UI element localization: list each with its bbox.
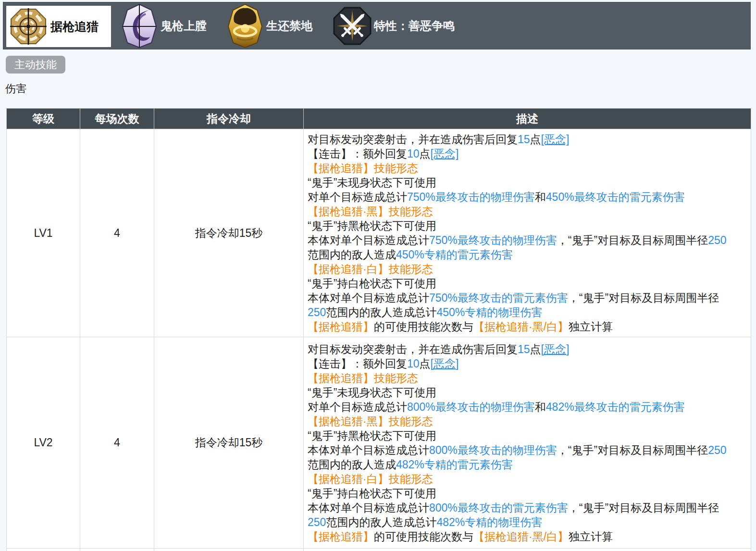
header-times-per-battle: 每场次数: [80, 109, 154, 129]
description-line: “鬼手”持黑枪状态下可使用: [308, 429, 750, 443]
text-segment: 10: [407, 147, 420, 160]
description-line: 【据枪追猎】技能形态: [308, 161, 750, 175]
text-segment: 本体对单个目标造成总计: [308, 292, 429, 304]
text-segment: 本体对单个目标造成总计: [308, 502, 429, 514]
text-segment: 250: [708, 234, 726, 246]
text-segment: 和: [535, 191, 546, 203]
text-segment: “鬼手”未现身状态下可使用: [308, 176, 436, 189]
text-segment: 750%最终攻击的雷元素伤害: [429, 292, 568, 304]
tab-te-xing[interactable]: 特性：善恶争鸣: [332, 2, 455, 49]
text-segment: 点: [530, 133, 541, 146]
text-segment: “鬼手”持白枪状态下可使用: [308, 277, 436, 290]
header-description: 描述: [304, 109, 751, 129]
times-cell: 4: [80, 129, 154, 337]
text-segment: 450%最终攻击的雷元素伤害: [546, 191, 685, 203]
text-segment: 范围内的敌人造成总计: [326, 306, 436, 318]
description-line: 250范围内的敌人造成总计450%专精的物理伤害: [308, 305, 750, 319]
target-gem-icon: [10, 8, 47, 45]
text-segment: 482%专精的雷元素伤害: [396, 458, 513, 471]
text-segment: 的可使用技能次数与: [374, 320, 473, 333]
tab-label: 生还禁地: [266, 18, 312, 34]
description-cell: 对目标发动突袭射击，并在造成伤害后回复15点[恶念]【连击】：额外回复10点[恶…: [304, 129, 751, 337]
text-segment: 范围内的敌人造成总计: [326, 516, 436, 528]
text-segment: 独立计算: [569, 320, 613, 333]
description-line: 本体对单个目标造成总计750%最终攻击的物理伤害，“鬼手”对目标及目标周围半径2…: [308, 233, 750, 247]
text-segment: 【连击】：额外回复: [308, 147, 407, 160]
description-line: 【据枪追猎】技能形态: [308, 371, 750, 385]
cooldown-cell: 指令冷却15秒: [154, 337, 304, 549]
text-segment: 250: [708, 444, 726, 456]
level-cell: LV1: [7, 129, 80, 337]
description-line: 本体对单个目标造成总计800%最终攻击的物理伤害，“鬼手”对目标及目标周围半径2…: [308, 443, 750, 457]
enian-link[interactable]: [恶念]: [541, 133, 570, 146]
text-segment: 【据枪追猎】: [308, 320, 374, 333]
tab-label: 鬼枪上膛: [161, 18, 207, 34]
text-segment: 【连击】：额外回复: [308, 357, 407, 370]
text-segment: 482%专精的物理伤害: [436, 516, 542, 528]
empty-cell: [154, 549, 304, 551]
tab-label: 特性：善恶争鸣: [374, 18, 455, 34]
text-segment: 范围内的敌人造成: [308, 458, 396, 471]
text-segment: 【据枪追猎·黑/白】: [473, 320, 569, 333]
table-row: LV24指令冷却15秒对目标发动突袭射击，并在造成伤害后回复15点[恶念]【连击…: [7, 337, 751, 549]
empty-cell: [7, 549, 80, 551]
enian-link[interactable]: [恶念]: [431, 147, 459, 160]
text-segment: 800%最终攻击的物理伤害: [429, 444, 557, 456]
text-segment: “鬼手”未现身状态下可使用: [308, 386, 436, 399]
text-segment: ，“鬼手”对目标及目标周围半径: [568, 292, 719, 304]
gold-gem-icon: [225, 3, 265, 49]
cooldown-cell: 指令冷却15秒: [154, 129, 304, 337]
text-segment: 范围内的敌人造成: [308, 248, 396, 261]
description-line: 范围内的敌人造成482%专精的雷元素伤害: [308, 457, 750, 472]
text-segment: ，“鬼手”对目标及目标周围半径: [568, 502, 719, 514]
header-command-cooldown: 指令冷却: [154, 109, 304, 129]
description-line: “鬼手”未现身状态下可使用: [308, 175, 750, 190]
table-row-partial: [7, 549, 751, 551]
description-line: 对单个目标造成总计800%最终攻击的物理伤害和482%最终攻击的雷元素伤害: [308, 400, 750, 414]
text-segment: 450%专精的物理伤害: [436, 306, 542, 318]
table-row: LV14指令冷却15秒对目标发动突袭射击，并在造成伤害后回复15点[恶念]【连击…: [7, 129, 751, 337]
text-segment: 15: [518, 343, 530, 355]
text-segment: 对单个目标造成总计: [308, 191, 407, 203]
text-segment: 点: [420, 357, 431, 370]
text-segment: 750%最终攻击的物理伤害: [429, 234, 557, 246]
text-segment: 对单个目标造成总计: [308, 401, 407, 413]
text-segment: 本体对单个目标造成总计: [308, 444, 429, 456]
description-line: 【据枪追猎·黑】技能形态: [308, 414, 750, 429]
description-line: 【据枪追猎】的可使用技能次数与【据枪追猎·黑/白】独立计算: [308, 319, 750, 334]
description-line: 250范围内的敌人造成总计482%专精的物理伤害: [308, 515, 750, 529]
text-segment: 点: [530, 343, 541, 355]
description-line: 范围内的敌人造成450%专精的雷元素伤害: [308, 247, 750, 262]
text-segment: 【据枪追猎】技能形态: [308, 372, 418, 384]
description-line: 【据枪追猎·白】技能形态: [308, 262, 750, 276]
tab-ju-qiang-zhui-lie[interactable]: 据枪追猎: [6, 6, 111, 47]
text-segment: 【据枪追猎】技能形态: [308, 162, 418, 174]
empty-cell: [80, 549, 154, 551]
skill-level-table: 等级 每场次数 指令冷却 描述 LV14指令冷却15秒对目标发动突袭射击，并在造…: [6, 108, 751, 551]
text-segment: “鬼手”持黑枪状态下可使用: [308, 429, 436, 442]
description-line: 【据枪追猎·白】技能形态: [308, 472, 750, 486]
description-line: 【连击】：额外回复10点[恶念]: [308, 356, 750, 371]
enian-link[interactable]: [恶念]: [541, 343, 570, 355]
description-line: “鬼手”未现身状态下可使用: [308, 385, 750, 400]
text-segment: 800%最终攻击的雷元素伤害: [429, 502, 568, 514]
text-segment: ，“鬼手”对目标及目标周围半径: [557, 444, 708, 456]
text-segment: 【据枪追猎·黑】技能形态: [308, 415, 433, 428]
text-segment: 和: [535, 401, 546, 413]
empty-cell: [304, 549, 751, 551]
text-segment: 独立计算: [569, 530, 613, 543]
description-line: 本体对单个目标造成总计800%最终攻击的雷元素伤害，“鬼手”对目标及目标周围半径: [308, 501, 750, 515]
tab-sheng-huan-jin-di[interactable]: 生还禁地: [225, 2, 312, 49]
description-line: 【据枪追猎·黑】技能形态: [308, 204, 750, 219]
table-body: LV14指令冷却15秒对目标发动突袭射击，并在造成伤害后回复15点[恶念]【连击…: [7, 129, 751, 551]
crossed-swords-icon: [332, 6, 372, 46]
enian-link[interactable]: [恶念]: [431, 357, 459, 370]
description-line: 【连击】：额外回复10点[恶念]: [308, 147, 750, 161]
tab-gui-qiang-shang-tang[interactable]: 鬼枪上膛: [120, 2, 207, 49]
text-segment: 750%最终攻击的物理伤害: [407, 191, 535, 203]
description-line: 对目标发动突袭射击，并在造成伤害后回复15点[恶念]: [308, 132, 750, 147]
header-level: 等级: [7, 109, 80, 129]
text-segment: ，“鬼手”对目标及目标周围半径: [557, 234, 708, 246]
text-segment: 【据枪追猎】: [308, 530, 374, 543]
description-line: 对目标发动突袭射击，并在造成伤害后回复15点[恶念]: [308, 342, 750, 356]
